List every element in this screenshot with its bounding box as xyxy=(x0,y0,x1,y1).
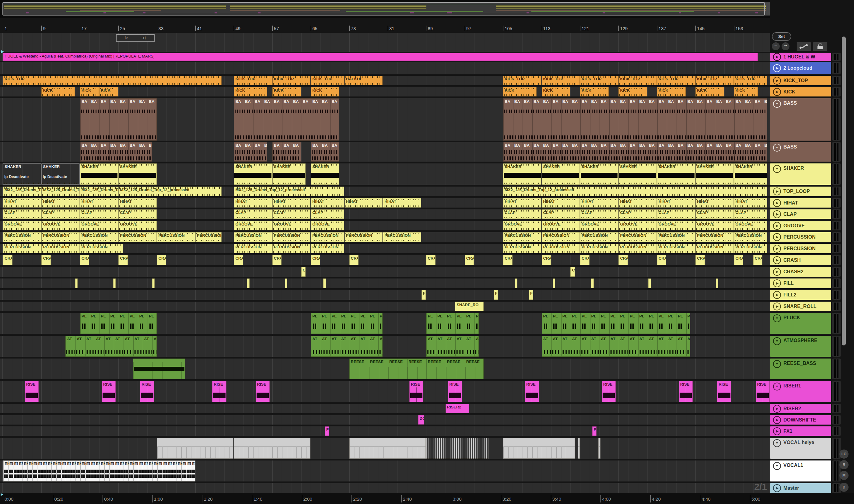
riser1-clip[interactable]: RISE xyxy=(212,381,226,402)
track-header-hugel[interactable]: ▶1 HUGEL & W xyxy=(770,53,831,61)
kick-top-clip[interactable]: KICK_TOP xyxy=(3,76,222,85)
groove-clip[interactable]: GROOVE xyxy=(695,221,733,230)
fold-icon[interactable]: ▼ xyxy=(773,337,781,345)
riser1-clip[interactable]: RISE xyxy=(448,381,462,402)
percussion1-clip[interactable]: PERCUSSION xyxy=(41,232,79,242)
play-icon[interactable]: ▶ xyxy=(773,187,781,195)
reese-bass-clip[interactable] xyxy=(133,359,186,379)
groove-clip[interactable]: GROOVE xyxy=(80,221,118,230)
play-icon[interactable]: ▶ xyxy=(773,245,781,253)
percussion1-clip[interactable]: PERCUSSION xyxy=(157,232,195,242)
clap-clip[interactable]: CLAP xyxy=(580,210,618,219)
shaker-clip[interactable]: SHAKER xyxy=(580,163,618,185)
kick-clip[interactable]: KICK xyxy=(234,87,267,96)
downshifter-clip[interactable]: DO xyxy=(418,415,424,425)
pluck-clip[interactable]: PLPLPLPLPLPLPLPL xyxy=(311,313,383,334)
kick-clip[interactable]: KICK xyxy=(734,87,758,96)
fold-icon[interactable]: ▼ xyxy=(773,165,781,173)
crash-clip[interactable]: CRASH xyxy=(618,255,628,265)
percussion2-clip[interactable]: PERCUSSION xyxy=(695,244,733,253)
clap-clip[interactable]: CLAP xyxy=(695,210,733,219)
groove-clip[interactable]: GROOVE xyxy=(119,221,157,230)
percussion2-clip[interactable]: PERCUSSION xyxy=(503,244,541,253)
track-header-fx1[interactable]: ▶FX1 xyxy=(770,426,831,436)
kick-top-clip[interactable]: KICK_TOP xyxy=(272,76,310,85)
riser1-clip[interactable]: RISE xyxy=(25,381,39,402)
groove-clip[interactable]: GROOVE xyxy=(234,221,272,230)
fold-icon[interactable]: ▼ xyxy=(773,100,781,108)
track-lane-hihat[interactable]: HIHATHIHATHIHATHIHATHIHATHIHATHIHATHIHAT… xyxy=(0,198,770,208)
kick-clip[interactable]: KICK xyxy=(542,87,570,96)
shaker-clip[interactable]: SHAKERip Deactivate xyxy=(3,163,41,185)
track-header-bass2[interactable]: ▼BASS xyxy=(770,142,831,162)
clap-clip[interactable]: CLAP xyxy=(272,210,310,219)
fold-icon[interactable]: ▼ xyxy=(773,462,781,470)
kick-top-clip[interactable]: KICK_TOP xyxy=(234,76,272,85)
hihat-clip[interactable]: HIHAT xyxy=(503,198,541,208)
fill-clip[interactable] xyxy=(113,278,116,288)
riser1-clip[interactable]: RISE xyxy=(256,381,270,402)
fill-clip[interactable] xyxy=(648,278,651,288)
lock-icon[interactable] xyxy=(813,42,828,51)
hihat-clip[interactable]: HIHAT xyxy=(695,198,733,208)
fold-icon[interactable]: ▼ xyxy=(773,360,781,368)
crash-clip[interactable]: CRASH xyxy=(580,255,589,265)
bass2-clip[interactable]: BABABABABABABABABABABABABABABABABABABABA… xyxy=(503,142,767,162)
crash-clip[interactable]: CRASH xyxy=(503,255,512,265)
crash-clip[interactable]: CRASH xyxy=(234,255,243,265)
track-lane-reese-bass[interactable]: REESEREESEREESEREESEREESEREESEREESE xyxy=(0,359,770,379)
kick-clip[interactable]: KICK xyxy=(580,87,609,96)
play-icon[interactable]: ▶ xyxy=(773,280,781,287)
shaker-clip[interactable]: SHAKER xyxy=(80,163,118,185)
percussion2-clip[interactable]: PERCUSSION xyxy=(80,244,123,253)
percussion1-clip[interactable]: PERCUSSION xyxy=(272,232,310,242)
shaker-clip[interactable]: SHAKER xyxy=(657,163,695,185)
percussion1-clip[interactable]: PERCUSSION xyxy=(542,232,580,242)
track-lane-crash[interactable]: CRASHCRASHCRASHCRASHCRASHCRASHCRASHCRASH… xyxy=(0,255,770,265)
play-icon[interactable]: ▶ xyxy=(773,268,781,276)
kick-top-clip[interactable]: HALKUL xyxy=(345,76,383,85)
hihat-clip[interactable]: HIHAT xyxy=(618,198,656,208)
mixer-toggle-m[interactable]: M xyxy=(839,471,849,480)
kick-clip[interactable]: KICK xyxy=(503,87,537,96)
atmosphere-clip[interactable]: ATATATATATAT xyxy=(426,336,479,357)
percussion1-clip[interactable]: PERCUSSION xyxy=(618,232,656,242)
shaker-clip[interactable]: SHAKER xyxy=(503,163,541,185)
track-header-percussion2[interactable]: ▶PERCUSSION xyxy=(770,244,831,253)
bass-clip[interactable]: BABABABABABABABABABABA xyxy=(234,98,339,141)
percussion2-clip[interactable]: PERCUSSION xyxy=(618,244,656,253)
track-lane-crash2[interactable]: CC xyxy=(0,267,770,277)
track-header-groove[interactable]: ▶GROOVE xyxy=(770,221,831,230)
track-header-riser2[interactable]: ▶RISER2 xyxy=(770,404,831,413)
hihat-clip[interactable]: HIHAT xyxy=(272,198,310,208)
vocal-helye-clip[interactable] xyxy=(598,438,600,458)
play-icon[interactable]: ▶ xyxy=(773,222,781,230)
groove-clip[interactable]: GROOVE xyxy=(311,221,344,230)
fill-clip[interactable] xyxy=(591,278,594,288)
kick-clip[interactable]: KICK xyxy=(41,87,75,96)
kick-clip[interactable]: KICK xyxy=(272,87,301,96)
vocal-helye-clip[interactable] xyxy=(157,438,234,458)
track-lane-shaker[interactable]: SHAKERip DeactivateSHAKERip DeactivateSH… xyxy=(0,163,770,185)
percussion1-clip[interactable]: PERCUSSION xyxy=(580,232,618,242)
snare-roll-clip[interactable]: SNARE_RO xyxy=(455,302,484,311)
percussion1-clip[interactable]: PERCUSSION xyxy=(657,232,695,242)
track-header-kick[interactable]: ▶KICK xyxy=(770,87,831,96)
percussion1-clip[interactable]: PERCUSSION xyxy=(383,232,421,242)
percussion1-clip[interactable]: PERCUSSION xyxy=(195,232,222,242)
bass-clip[interactable]: BABABABABABABABA xyxy=(80,98,157,141)
fill-clip[interactable] xyxy=(716,278,718,288)
clap-clip[interactable]: CLAP xyxy=(542,210,580,219)
mixer-toggle-r[interactable]: R xyxy=(839,460,849,469)
play-icon[interactable]: ▶ xyxy=(773,233,781,241)
set-button[interactable]: Set xyxy=(772,32,791,41)
mixer-toggle-io[interactable]: I·O xyxy=(839,450,849,458)
track-lane-pluck[interactable]: PLPLPLPLPLPLPLPLPLPLPLPLPLPLPLPLPLPLPLPL… xyxy=(0,313,770,334)
kick-top-clip[interactable]: KICK_TOP xyxy=(542,76,580,85)
track-lane-top-loop[interactable]: MX2_125_Drums_Top_12_processedMX2_125_Dr… xyxy=(0,186,770,196)
play-icon[interactable]: ▶ xyxy=(773,210,781,218)
track-header-vocal-helye[interactable]: ▼VOCAL helye xyxy=(770,438,831,458)
track-lane-clap[interactable]: CLAPCLAPCLAPCLAPCLAPCLAPCLAPCLAPCLAPCLAP… xyxy=(0,210,770,219)
vertical-scrollbar[interactable] xyxy=(842,37,846,345)
fill-clip[interactable] xyxy=(553,278,555,288)
